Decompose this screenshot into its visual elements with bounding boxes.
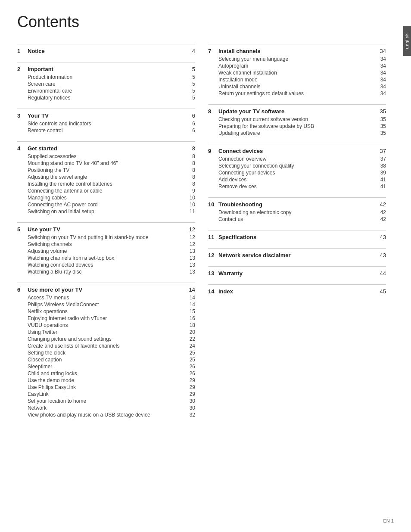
sub-item-page: 22: [185, 336, 195, 342]
sub-item-page: 6: [185, 121, 195, 127]
toc-sub-item: Setting the clock25: [28, 350, 195, 356]
sub-item-page: 12: [185, 241, 195, 247]
section-title: Your TV: [28, 112, 49, 119]
sub-item-page: 5: [185, 95, 195, 101]
sub-item-title: Connecting the AC power cord: [28, 202, 185, 208]
toc-left-column: 1Notice42Important5Product information5S…: [17, 44, 195, 426]
sub-item-page: 9: [185, 188, 195, 194]
sub-item-title: Uninstall channels: [218, 84, 376, 90]
sub-item-page: 29: [185, 377, 195, 383]
toc-sub-item: EasyLink29: [28, 391, 195, 397]
toc-sub-item: Philips Wireless MediaConnect14: [28, 302, 195, 308]
toc-sub-item: Selecting your menu language34: [218, 56, 386, 62]
sub-item-title: Access TV menus: [28, 295, 185, 301]
sub-item-title: Watching connected devices: [28, 262, 185, 268]
sub-item-page: 24: [185, 343, 195, 349]
toc-section-header: 14Index45: [208, 288, 386, 295]
toc-sub-items: Switching on your TV and putting it in s…: [17, 234, 195, 275]
toc-section-header: 2Important5: [17, 66, 195, 72]
sub-item-title: Weak channel installation: [218, 70, 376, 76]
footer: EN 1: [383, 518, 394, 523]
sub-item-page: 5: [185, 74, 195, 80]
sub-item-title: Return your settings to default values: [218, 90, 376, 96]
toc-sub-item: View photos and play music on a USB stor…: [28, 412, 195, 418]
section-number: 8: [208, 108, 216, 115]
toc-layout: 1Notice42Important5Product information5S…: [17, 44, 386, 426]
toc-section-header: 5Use your TV12: [17, 226, 195, 233]
sub-item-title: Create and use lists of favorite channel…: [28, 343, 185, 349]
toc-sub-item: Set your location to home30: [28, 398, 195, 404]
sub-item-page: 10: [185, 195, 195, 201]
toc-section: 7Install channels34Selecting your menu l…: [208, 44, 386, 96]
toc-section: 1Notice4: [17, 44, 195, 54]
toc-sub-items: Selecting your menu language34Autoprogra…: [208, 56, 386, 96]
toc-sub-items: Connection overview37Selecting your conn…: [208, 156, 386, 190]
sub-item-title: Updating software: [218, 130, 376, 136]
section-page-number: 43: [376, 252, 386, 258]
toc-sub-item: Adjusting volume13: [28, 248, 195, 254]
section-number: 2: [17, 66, 25, 72]
sub-item-title: Switching channels: [28, 241, 185, 247]
sub-item-page: 35: [376, 130, 386, 136]
sub-item-page: 35: [376, 123, 386, 129]
toc-right-column: 7Install channels34Selecting your menu l…: [208, 44, 386, 426]
sub-item-title: Side controls and indicators: [28, 121, 185, 127]
page-title: Contents: [17, 13, 386, 31]
sub-item-page: 16: [185, 315, 195, 321]
sub-item-page: 25: [185, 357, 195, 363]
toc-sub-items: Downloading an electronic copy42Contact …: [208, 209, 386, 222]
toc-sub-item: Use the demo mode29: [28, 377, 195, 383]
toc-sub-item: Changing picture and sound settings22: [28, 336, 195, 342]
sub-item-title: View photos and play music on a USB stor…: [28, 412, 185, 418]
toc-sub-item: Weak channel installation34: [218, 70, 386, 76]
toc-sub-item: Netflix operations15: [28, 308, 195, 314]
section-number: 7: [208, 48, 216, 54]
toc-sub-item: Environmental care5: [28, 88, 195, 94]
section-page-number: 6: [185, 112, 195, 119]
sub-item-page: 14: [185, 295, 195, 301]
sub-item-title: Watching a Blu-ray disc: [28, 269, 185, 275]
section-title: Troubleshooting: [218, 201, 262, 208]
sub-item-page: 32: [185, 412, 195, 418]
toc-sub-items: Product information5Screen care5Environm…: [17, 74, 195, 101]
sub-item-page: 8: [185, 160, 195, 166]
section-title: Notice: [28, 48, 45, 54]
page-container: English Contents 1Notice42Important5Prod…: [0, 0, 411, 532]
toc-sub-item: Selecting your connection quality38: [218, 163, 386, 169]
sidebar-label: English: [405, 33, 409, 49]
toc-sub-item: Child and rating locks26: [28, 370, 195, 376]
section-number: 5: [17, 226, 25, 233]
toc-sub-item: Installation mode34: [218, 77, 386, 83]
sub-item-page: 5: [185, 88, 195, 94]
sub-item-title: Use the demo mode: [28, 377, 185, 383]
section-number: 12: [208, 252, 216, 258]
section-title: Update your TV software: [218, 108, 284, 115]
toc-sub-items: Checking your current software version35…: [208, 116, 386, 136]
sub-item-title: Connecting the antenna or cable: [28, 188, 185, 194]
sub-item-page: 25: [185, 350, 195, 356]
sub-item-page: 14: [185, 302, 195, 308]
sub-item-page: 15: [185, 308, 195, 314]
section-number: 10: [208, 201, 216, 208]
sub-item-page: 34: [376, 70, 386, 76]
section-number: 13: [208, 270, 216, 277]
toc-sub-item: Return your settings to default values34: [218, 90, 386, 96]
section-page-number: 44: [376, 270, 386, 277]
toc-section-header: 8Update your TV software35: [208, 108, 386, 115]
sub-item-title: Switching on your TV and putting it in s…: [28, 234, 185, 240]
toc-sub-item: Connection overview37: [218, 156, 386, 162]
sub-item-title: Child and rating locks: [28, 370, 185, 376]
section-page-number: 45: [376, 288, 386, 295]
sub-item-title: Adjusting volume: [28, 248, 185, 254]
toc-sub-item: Enjoying internet radio with vTuner16: [28, 315, 195, 321]
toc-sub-item: Remove devices41: [218, 184, 386, 190]
section-page-number: 14: [185, 286, 195, 293]
sub-item-page: 34: [376, 84, 386, 90]
sub-item-page: 38: [376, 163, 386, 169]
sub-item-page: 8: [185, 174, 195, 180]
toc-sub-item: VUDU operations18: [28, 322, 195, 328]
section-page-number: 43: [376, 234, 386, 240]
sub-item-page: 8: [185, 181, 195, 187]
sub-item-title: Checking your current software version: [218, 116, 376, 122]
sub-item-page: 42: [376, 209, 386, 215]
